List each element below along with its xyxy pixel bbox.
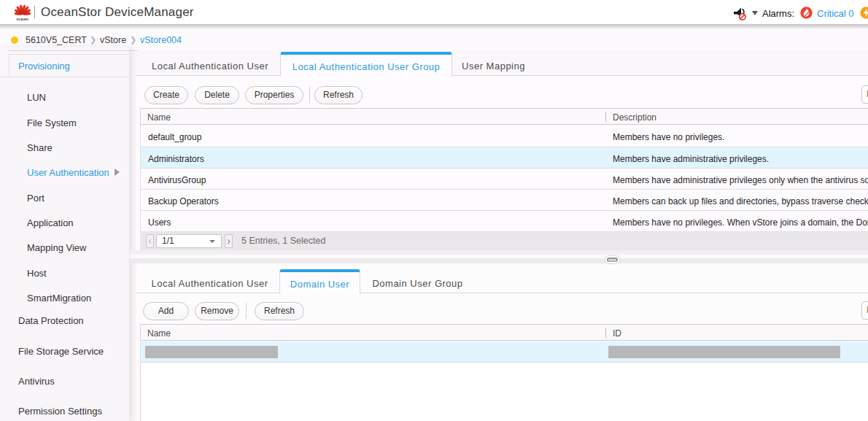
svg-text:HUAWEI: HUAWEI (17, 18, 29, 21)
